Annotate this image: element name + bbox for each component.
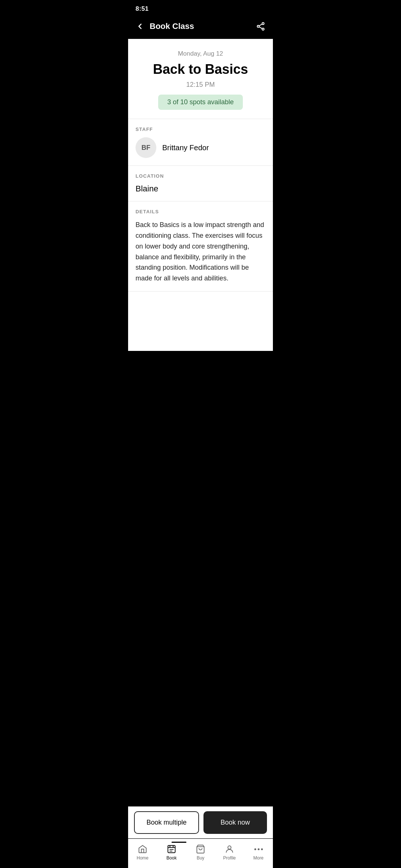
header-title: Book Class xyxy=(150,22,194,31)
class-time: 12:15 PM xyxy=(136,81,265,89)
class-info-section: Monday, Aug 12 Back to Basics 12:15 PM 3… xyxy=(128,39,273,119)
details-text: Back to Basics is a low impact strength … xyxy=(136,220,265,284)
staff-section: STAFF BF Brittany Fedor xyxy=(128,119,273,166)
svg-line-4 xyxy=(259,27,262,29)
class-date: Monday, Aug 12 xyxy=(136,50,265,57)
location-section-label: LOCATION xyxy=(136,173,265,179)
class-name: Back to Basics xyxy=(136,61,265,77)
staff-avatar-initials: BF xyxy=(141,144,150,152)
staff-section-label: STAFF xyxy=(136,126,265,132)
svg-point-1 xyxy=(257,25,259,27)
header: Book Class xyxy=(128,16,273,39)
staff-name: Brittany Fedor xyxy=(162,144,209,152)
location-section: LOCATION Blaine xyxy=(128,166,273,201)
spots-badge: 3 of 10 spots available xyxy=(158,95,242,110)
status-bar: 8:51 xyxy=(128,0,273,16)
details-section-label: DETAILS xyxy=(136,209,265,214)
svg-point-0 xyxy=(262,23,264,24)
svg-point-2 xyxy=(262,28,264,30)
back-button[interactable] xyxy=(134,20,146,32)
header-left: Book Class xyxy=(134,20,194,32)
share-icon xyxy=(256,22,265,31)
svg-line-3 xyxy=(259,24,262,26)
share-button[interactable] xyxy=(254,20,267,33)
staff-avatar: BF xyxy=(136,137,156,158)
status-time: 8:51 xyxy=(136,5,149,13)
back-icon xyxy=(136,22,144,31)
main-content: Monday, Aug 12 Back to Basics 12:15 PM 3… xyxy=(128,39,273,351)
location-name: Blaine xyxy=(136,184,265,194)
staff-row: BF Brittany Fedor xyxy=(136,137,265,158)
details-section: DETAILS Back to Basics is a low impact s… xyxy=(128,201,273,292)
